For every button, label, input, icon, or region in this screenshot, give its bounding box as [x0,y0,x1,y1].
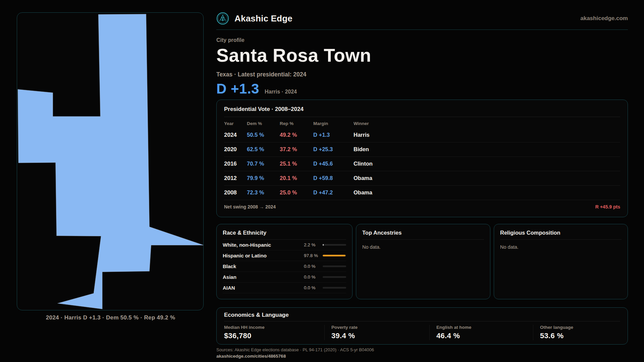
cell-margin: D +1.3 [313,132,354,138]
table-row: 2020 62.5 % 37.2 % D +25.3 Biden [224,142,620,157]
race-bar-fill [323,244,324,246]
brand-name: Akashic Edge [234,13,292,24]
net-swing-label: Net swing 2008 → 2024 [224,204,276,209]
cell-margin: D +47.2 [313,189,354,196]
cell-rep: 25.0 % [280,189,313,196]
presidential-vote-card: Presidential Vote · 2008–2024 Year Dem %… [216,100,628,217]
race-value: 97.8 % [304,253,323,258]
city-map-card [17,12,204,310]
site-domain-link[interactable]: akashicedge.com [580,15,628,22]
stat-value: 39.4 % [331,331,429,340]
cell-margin: D +25.3 [313,146,354,153]
top-ancestries-empty: No data. [362,244,484,250]
cell-year: 2012 [224,175,247,182]
page-subtitle: Texas · Latest presidential: 2024 [216,71,628,78]
race-row: Black 0.0 % [223,261,346,272]
race-bar [323,265,346,267]
col-dem: Dem % [247,121,280,126]
cell-rep: 25.1 % [280,161,313,167]
col-winner: Winner [354,121,620,126]
cell-rep: 49.2 % [280,132,313,138]
stat-median-hh-income: Median HH income $36,780 [224,325,324,340]
cell-winner: Harris [354,132,620,138]
cell-winner: Obama [354,175,620,181]
col-margin: Margin [313,121,354,126]
net-swing-row: Net swing 2008 → 2024 R +45.9 pts [224,200,620,213]
col-rep: Rep % [280,121,313,126]
stat-english-at-home: English at home 46.4 % [429,325,533,340]
stat-other-language: Other language 53.6 % [533,325,620,340]
city-boundary-polygon [18,14,203,309]
permalink[interactable]: akashicedge.com/cities/4865768 [216,354,628,359]
presidential-vote-title: Presidential Vote · 2008–2024 [224,106,620,117]
economics-language-title: Economics & Language [224,312,620,321]
stat-label: Median HH income [224,325,324,330]
race-bar [323,255,346,256]
table-header: Year Dem % Rep % Margin Winner [224,117,620,128]
akashic-edge-logo-icon [216,12,229,25]
map-caption: 2024 · Harris D +1.3 · Dem 50.5 % · Rep … [17,314,204,321]
race-ethnicity-title: Race & Ethnicity [223,230,346,240]
page-kicker: City profile [216,37,628,43]
sources-note: Sources: Akashic Edge elections database… [216,347,628,352]
cell-dem: 72.3 % [247,189,280,196]
race-bar-fill [323,255,345,256]
stat-label: Other language [540,325,620,330]
margin-badge: D +1.3 [216,81,259,97]
page-title: Santa Rosa Town [216,45,628,66]
stat-value: 53.6 % [540,331,620,340]
economics-stats: Median HH income $36,780 Poverty rate 39… [224,321,620,340]
race-row: Hispanic or Latino 97.8 % [223,250,346,261]
race-label: AIAN [223,285,304,291]
race-bar [323,287,346,289]
table-row: 2008 72.3 % 25.0 % D +47.2 Obama [224,186,620,200]
table-row: 2012 79.9 % 20.1 % D +59.8 Obama [224,171,620,186]
cell-dem: 70.7 % [247,161,280,167]
cell-margin: D +45.6 [313,161,354,167]
religious-composition-title: Religious Composition [500,230,622,240]
cell-rep: 37.2 % [280,146,313,153]
cell-dem: 50.5 % [247,132,280,138]
race-label: Hispanic or Latino [223,253,304,258]
cell-year: 2008 [224,189,247,196]
col-year: Year [224,121,247,126]
cell-rep: 20.1 % [280,175,313,181]
religious-composition-card: Religious Composition No data. [494,224,628,299]
cell-dem: 79.9 % [247,175,280,181]
economics-language-card: Economics & Language Median HH income $3… [216,307,628,345]
race-value: 0.0 % [304,264,323,269]
stat-poverty-rate: Poverty rate 39.4 % [324,325,429,340]
religious-composition-empty: No data. [500,244,622,250]
race-ethnicity-card: Race & Ethnicity White, non-Hispanic 2.2… [216,224,353,299]
cell-winner: Biden [354,146,620,153]
net-swing-value: R +45.9 pts [595,204,620,209]
demographics-row: Race & Ethnicity White, non-Hispanic 2.2… [216,224,628,299]
cell-year: 2024 [224,132,247,138]
cell-winner: Clinton [354,161,620,167]
top-ancestries-card: Top Ancestries No data. [356,224,490,299]
stat-label: English at home [436,325,533,330]
race-bar [323,244,346,246]
top-ancestries-title: Top Ancestries [362,230,484,240]
race-value: 0.0 % [304,285,323,290]
race-row: Asian 0.0 % [223,272,346,283]
race-value: 0.0 % [304,275,323,280]
cell-year: 2016 [224,161,247,167]
cell-dem: 62.5 % [247,146,280,153]
race-value: 2.2 % [304,242,323,247]
race-label: Black [223,263,304,269]
race-label: Asian [223,274,304,280]
main-content: Akashic Edge akashicedge.com City profil… [216,10,628,359]
page-header: Akashic Edge akashicedge.com [216,10,628,30]
latest-margin: D +1.3 Harris · 2024 [216,81,628,97]
stat-value: 46.4 % [436,331,533,340]
city-boundary-map [17,13,203,310]
race-row: White, non-Hispanic 2.2 % [223,240,346,250]
brand[interactable]: Akashic Edge [216,12,292,25]
cell-margin: D +59.8 [313,175,354,181]
cell-year: 2020 [224,146,247,153]
race-row: AIAN 0.0 % [223,283,346,293]
table-row: 2024 50.5 % 49.2 % D +1.3 Harris [224,128,620,142]
race-bar [323,276,346,278]
table-row: 2016 70.7 % 25.1 % D +45.6 Clinton [224,157,620,171]
